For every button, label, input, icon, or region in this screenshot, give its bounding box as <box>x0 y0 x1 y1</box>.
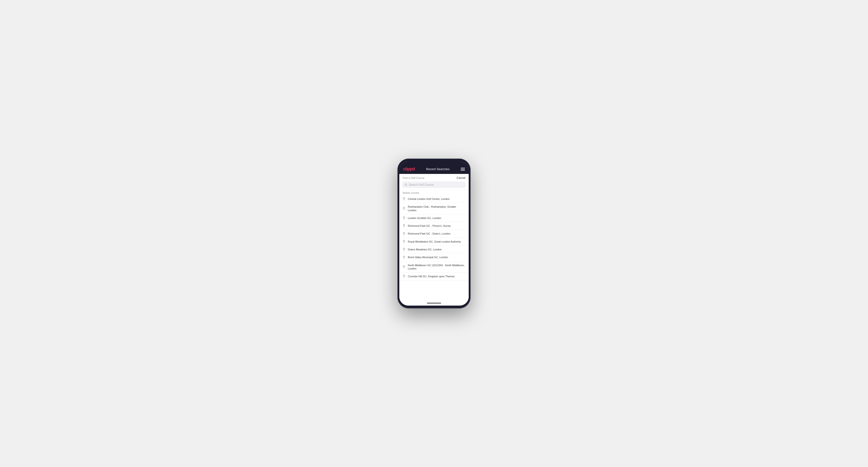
menu-line-3 <box>461 170 465 170</box>
course-name: Roehampton Club - Roehampton, Greater Lo… <box>408 205 465 212</box>
course-list-item[interactable]: North Middlesex GC (1011942 - North Midd… <box>399 261 469 273</box>
location-pin-icon <box>403 248 405 251</box>
home-bar <box>427 303 441 304</box>
course-name: Royal Wimbledon GC, Great London Authori… <box>408 240 461 243</box>
course-name: Dukes Meadows GC, London <box>408 248 442 251</box>
cancel-button[interactable]: Cancel <box>457 176 465 180</box>
svg-point-4 <box>404 217 404 218</box>
svg-point-0 <box>405 184 407 185</box>
location-pin-icon <box>403 275 405 278</box>
location-pin-icon <box>403 256 405 259</box>
location-pin-icon <box>403 207 405 210</box>
svg-point-8 <box>404 248 404 249</box>
find-label: Find a Golf Course <box>403 177 424 179</box>
nav-bar: clippd Recent Searches <box>399 165 469 174</box>
course-list-item[interactable]: Royal Wimbledon GC, Great London Authori… <box>399 238 469 246</box>
phone-frame: clippd Recent Searches Find a Golf Cours… <box>397 159 471 308</box>
course-name: North Middlesex GC (1011942 - North Midd… <box>408 263 465 271</box>
course-name: Central London Golf Centre, London <box>408 197 450 200</box>
menu-icon[interactable] <box>461 168 465 170</box>
home-indicator <box>399 301 469 306</box>
course-list-item[interactable]: Central London Golf Centre, London <box>399 195 469 203</box>
course-list-item[interactable]: London Scottish GC, London <box>399 214 469 222</box>
svg-point-5 <box>404 225 404 226</box>
location-pin-icon <box>403 232 405 236</box>
svg-point-10 <box>404 266 404 267</box>
course-list-item[interactable]: Roehampton Club - Roehampton, Greater Lo… <box>399 203 469 214</box>
svg-point-7 <box>404 241 404 241</box>
svg-point-3 <box>404 208 404 208</box>
course-name: Richmond Park GC - Prince's, Surrey <box>408 224 451 227</box>
find-header: Find a Golf Course Cancel <box>399 174 469 182</box>
search-box[interactable] <box>402 182 466 188</box>
search-input[interactable] <box>409 183 464 186</box>
menu-line-2 <box>461 169 465 169</box>
course-name: Richmond Park GC - Duke's, London <box>408 232 451 235</box>
search-container <box>399 182 469 190</box>
phone-screen: clippd Recent Searches Find a Golf Cours… <box>399 161 469 306</box>
location-pin-icon <box>403 197 405 200</box>
svg-point-6 <box>404 233 404 234</box>
svg-point-11 <box>404 275 404 276</box>
course-list: Central London Golf Centre, LondonRoeham… <box>399 195 469 301</box>
course-list-item[interactable]: Richmond Park GC - Duke's, London <box>399 230 469 238</box>
course-name: Coombe Hill GC, Kingston upon Thames <box>408 275 455 278</box>
course-list-item[interactable]: Dukes Meadows GC, London <box>399 246 469 253</box>
location-pin-icon <box>403 265 405 269</box>
location-pin-icon <box>403 216 405 220</box>
search-icon <box>404 183 407 186</box>
phone-device: clippd Recent Searches Find a Golf Cours… <box>397 159 471 308</box>
status-bar <box>399 161 469 165</box>
page-title: Recent Searches <box>426 167 450 171</box>
location-pin-icon <box>403 224 405 227</box>
nearby-section-label: Nearby courses <box>399 190 469 195</box>
menu-line-1 <box>461 168 465 168</box>
svg-point-2 <box>404 198 404 199</box>
course-list-item[interactable]: Brent Valley Municipal GC, London <box>399 253 469 261</box>
svg-line-1 <box>406 185 407 186</box>
main-content: Find a Golf Course Cancel Nearby courses <box>399 174 469 301</box>
course-name: London Scottish GC, London <box>408 216 441 220</box>
course-list-item[interactable]: Coombe Hill GC, Kingston upon Thames <box>399 273 469 280</box>
svg-point-9 <box>404 256 404 257</box>
location-pin-icon <box>403 240 405 243</box>
course-name: Brent Valley Municipal GC, London <box>408 255 448 259</box>
course-list-item[interactable]: Richmond Park GC - Prince's, Surrey <box>399 222 469 230</box>
app-logo: clippd <box>403 166 415 172</box>
